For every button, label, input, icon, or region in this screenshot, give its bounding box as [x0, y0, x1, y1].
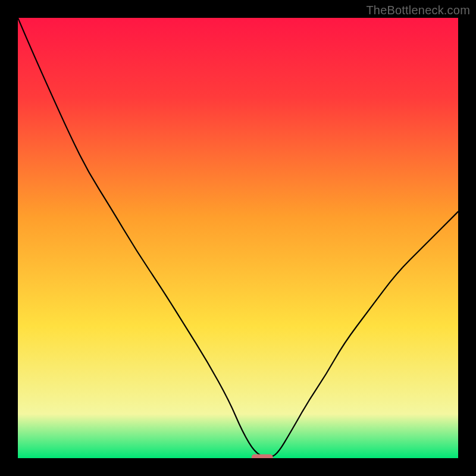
watermark-text: TheBottleneck.com [366, 4, 470, 17]
gradient-background [18, 18, 458, 458]
plot-area [18, 18, 458, 458]
optimal-marker [252, 455, 273, 459]
chart-stage: TheBottleneck.com [0, 0, 476, 476]
chart-svg [18, 18, 458, 458]
